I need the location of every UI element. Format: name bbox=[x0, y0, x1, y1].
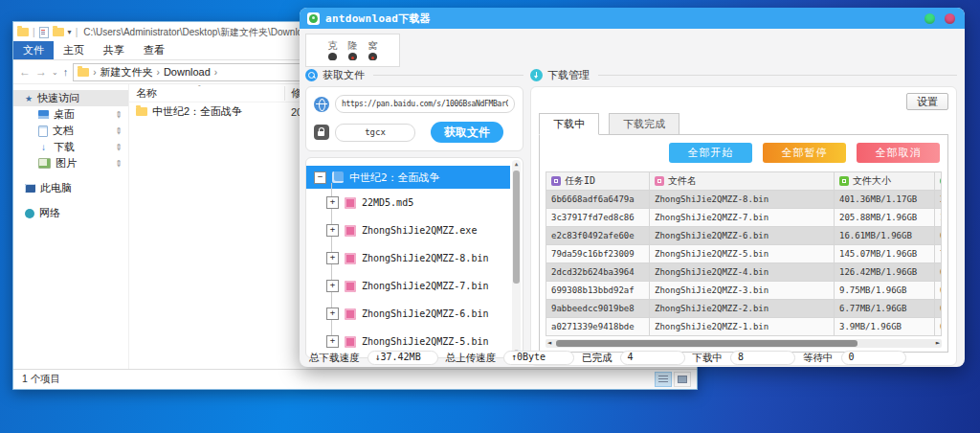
expand-icon[interactable]: + bbox=[326, 335, 339, 348]
cell-task-id: 699308b13bbd92af bbox=[546, 282, 650, 300]
breadcrumb-item-download[interactable]: Download bbox=[164, 66, 211, 78]
tab-completed[interactable]: 下载完成 bbox=[609, 113, 679, 135]
download-row[interactable]: 6b6668adf6a6479a ZhongShiJie2QMZZ-8.bin … bbox=[546, 191, 942, 209]
download-row[interactable]: 9abbeedcc9019be8 ZhongShiJie2QMZZ-2.bin … bbox=[546, 300, 942, 318]
downloader-statusbar: 总下载速度 ↓37.42MB 总上传速度 ↑0Byte 已完成 4 下载中 8 … bbox=[300, 351, 965, 365]
downloader-titlebar[interactable]: antdownload下载器 bbox=[300, 8, 965, 29]
sidebar-quick-access[interactable]: ★ 快速访问 bbox=[13, 90, 128, 106]
download-row[interactable]: 3c37917fd7ed8c86 ZhongShiJie2QMZZ-7.bin … bbox=[546, 209, 942, 227]
lock-icon bbox=[314, 125, 329, 140]
upload-speed-label: 总上传速度 bbox=[446, 352, 497, 365]
scroll-right-icon[interactable]: ► bbox=[936, 339, 940, 348]
recent-locations-icon[interactable]: ⌄ bbox=[52, 68, 58, 77]
table-horizontal-scrollbar[interactable]: ◄ ► bbox=[546, 339, 942, 348]
titlebar-separator: | bbox=[33, 27, 35, 37]
chevron-right-icon: › bbox=[157, 67, 160, 78]
tree-root-label: 中世纪2：全面战争 bbox=[349, 171, 440, 185]
cell-progress: 0% bbox=[935, 227, 942, 245]
folder-icon bbox=[136, 107, 147, 116]
breadcrumb-item-folder[interactable]: 新建文件夹 bbox=[100, 65, 153, 80]
settings-button[interactable]: 设置 bbox=[906, 93, 948, 110]
expand-icon[interactable]: + bbox=[326, 252, 339, 264]
cell-progress: 33% bbox=[935, 191, 942, 209]
tree-root-node[interactable]: − 中世纪2：全面战争 bbox=[306, 166, 510, 189]
sidebar-item-network[interactable]: 网络 bbox=[13, 205, 128, 221]
cancel-all-button[interactable]: 全部取消 bbox=[857, 143, 940, 163]
scrollbar-thumb[interactable] bbox=[556, 340, 858, 347]
completed-label: 已完成 bbox=[582, 352, 612, 365]
ribbon-tab-view[interactable]: 查看 bbox=[134, 41, 174, 59]
chevron-right-icon: › bbox=[93, 67, 96, 78]
waiting-value: 0 bbox=[841, 351, 906, 365]
sidebar-item-downloads[interactable]: ↓ 下载 ✎ bbox=[13, 139, 128, 155]
folder-icon[interactable] bbox=[53, 28, 64, 36]
tree-file-node[interactable]: + ZhongShiJie2QMZZ-7.bin bbox=[326, 272, 510, 300]
ribbon-tab-home[interactable]: 主页 bbox=[54, 41, 94, 59]
fetch-panel: 获取文件 bbox=[305, 86, 523, 151]
clone-char-3: 窝 bbox=[368, 41, 378, 60]
up-button[interactable]: ↑ bbox=[63, 66, 69, 78]
sidebar-item-desktop[interactable]: 桌面 ✎ bbox=[13, 106, 128, 123]
download-row[interactable]: 699308b13bbd92af ZhongShiJie2QMZZ-3.bin … bbox=[546, 282, 942, 300]
ant-icon bbox=[348, 53, 357, 60]
forward-button[interactable]: → bbox=[35, 66, 47, 78]
sidebar-item-pictures[interactable]: 图片 ✎ bbox=[13, 155, 128, 171]
expand-icon[interactable]: + bbox=[326, 196, 339, 209]
fetch-files-button[interactable]: 获取文件 bbox=[431, 122, 503, 143]
sidebar-item-documents[interactable]: 文档 ✎ bbox=[13, 123, 128, 139]
header-progress[interactable]: 下载进度 bbox=[935, 172, 942, 191]
quick-access-properties-icon[interactable] bbox=[39, 27, 49, 38]
cell-progress: 0% bbox=[935, 282, 942, 300]
explorer-sidebar: ★ 快速访问 桌面 ✎ 文档 ✎ ↓ 下载 ✎ bbox=[13, 84, 128, 369]
download-row[interactable]: a0271339e9418bde ZhongShiJie2QMZZ-1.bin … bbox=[546, 318, 942, 336]
cell-filename: ZhongShiJie2QMZZ-3.bin bbox=[650, 282, 835, 300]
download-row[interactable]: 2dcd32b624ba3964 ZhongShiJie2QMZZ-4.bin … bbox=[546, 263, 942, 282]
share-url-input[interactable] bbox=[335, 95, 515, 113]
tree-scrollbar[interactable]: ▲ ▼ bbox=[512, 160, 521, 355]
tab-downloading[interactable]: 下载中 bbox=[539, 113, 599, 135]
download-row[interactable]: 79da59c16bf23009 ZhongShiJie2QMZZ-5.bin … bbox=[546, 245, 942, 263]
icons-view-button[interactable] bbox=[674, 372, 691, 387]
column-header-name[interactable]: ˆ 名称 bbox=[129, 86, 284, 101]
cell-task-id: e2c83f0492afe60e bbox=[546, 227, 650, 245]
back-button[interactable]: ← bbox=[19, 66, 31, 78]
cell-filesize: 9.75MB/1.96GB bbox=[835, 282, 935, 300]
cell-filesize: 126.42MB/1.96GB bbox=[835, 263, 935, 282]
scroll-up-icon[interactable]: ▲ bbox=[512, 160, 521, 168]
cell-task-id: 3c37917fd7ed8c86 bbox=[546, 209, 650, 227]
filesize-icon bbox=[839, 176, 849, 186]
expand-icon[interactable]: + bbox=[326, 224, 339, 237]
tree-file-node[interactable]: + ZhongShiJie2QMZZ-6.bin bbox=[326, 300, 510, 328]
tree-file-node[interactable]: + 22MD5.md5 bbox=[326, 189, 510, 216]
download-row[interactable]: e2c83f0492afe60e ZhongShiJie2QMZZ-6.bin … bbox=[546, 227, 942, 245]
network-icon bbox=[25, 209, 34, 218]
expand-icon[interactable]: + bbox=[326, 280, 339, 292]
titlebar-separator: | bbox=[76, 27, 78, 37]
header-filesize[interactable]: 文件大小 bbox=[835, 172, 935, 191]
start-all-button[interactable]: 全部开始 bbox=[669, 143, 752, 163]
tree-file-label: 22MD5.md5 bbox=[362, 197, 413, 208]
scrollbar-thumb[interactable] bbox=[513, 171, 520, 284]
progress-check-icon bbox=[940, 176, 942, 186]
scroll-left-icon[interactable]: ◄ bbox=[547, 339, 551, 348]
downloading-tab-panel: 全部开始 全部暂停 全部取消 任务ID bbox=[539, 134, 948, 353]
ribbon-tab-share[interactable]: 共享 bbox=[94, 41, 134, 59]
tree-file-node[interactable]: + ZhongShiJie2QMZZ.exe bbox=[326, 216, 510, 244]
collapse-icon[interactable]: − bbox=[314, 171, 326, 184]
chevron-down-icon[interactable]: ▾ bbox=[68, 28, 72, 36]
pause-all-button[interactable]: 全部暂停 bbox=[763, 143, 846, 163]
sidebar-item-this-pc[interactable]: 此电脑 bbox=[13, 180, 128, 196]
ribbon-tab-file[interactable]: 文件 bbox=[13, 41, 54, 59]
cell-progress: 6% bbox=[935, 263, 942, 282]
waiting-label: 等待中 bbox=[803, 352, 834, 365]
header-filename[interactable]: 文件名 bbox=[650, 172, 835, 191]
extract-code-input[interactable] bbox=[335, 124, 415, 142]
details-view-button[interactable] bbox=[655, 372, 672, 387]
expand-icon[interactable]: + bbox=[326, 308, 339, 320]
close-button[interactable] bbox=[945, 13, 955, 24]
minimize-button[interactable] bbox=[924, 13, 935, 24]
header-task-id[interactable]: 任务ID bbox=[546, 172, 650, 191]
ant-app-icon bbox=[307, 12, 320, 25]
cell-filesize: 205.88MB/1.96GB bbox=[835, 209, 935, 227]
tree-file-node[interactable]: + ZhongShiJie2QMZZ-8.bin bbox=[326, 244, 510, 272]
